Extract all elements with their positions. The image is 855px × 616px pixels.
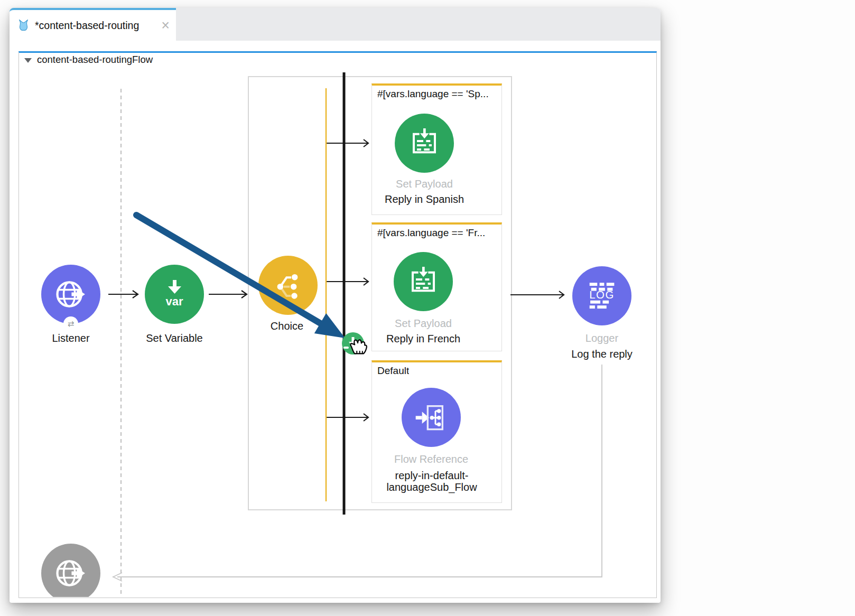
flow-collapse-triangle-icon[interactable] [24,58,32,63]
choice-router-icon [271,268,305,302]
message-exchange-badge: ⇄ [63,316,78,331]
set-payload-type-label: Set Payload [396,178,453,190]
flow-reference-target-label: reply-in-default-languageSub_Flow [371,470,492,493]
flow-reference-icon [414,400,448,434]
tab-content-based-routing[interactable]: *content-based-routing × [10,8,176,41]
set-variable-label: Set Variable [146,332,202,344]
logger-label: Log the reply [571,348,633,360]
response-listener-node-disabled[interactable] [41,544,100,603]
set-payload-french-node[interactable] [394,252,453,311]
grab-hand-cursor-icon [347,336,371,358]
svg-text:LOG: LOG [589,289,614,301]
mule-logo-icon [16,18,31,32]
set-payload-french-label: Reply in French [386,333,460,345]
set-payload-icon [407,126,441,160]
anypoint-studio-canvas: *content-based-routing × content-based-r… [0,0,855,616]
set-variable-node[interactable]: var [145,265,204,324]
set-payload-type-label: Set Payload [395,318,452,330]
flow-title: content-based-routingFlow [37,54,153,66]
logger-icon: LOG [583,277,620,314]
route-condition-label[interactable]: #[vars.language == 'Fr... [377,227,485,239]
flow-reference-node[interactable] [402,388,461,447]
set-payload-spanish-label: Reply in Spanish [385,193,464,206]
svg-text:var: var [165,295,183,308]
http-listener-globe-icon [53,555,89,591]
choice-node[interactable] [258,256,318,315]
editor-tab-strip: *content-based-routing × [10,8,661,41]
tab-title: *content-based-routing [35,20,139,32]
tab-close-icon[interactable]: × [161,18,170,33]
route-condition-label[interactable]: Default [377,365,409,377]
choice-label: Choice [271,320,303,332]
set-payload-icon [406,265,440,298]
listener-label: Listener [52,332,89,344]
set-payload-spanish-node[interactable] [395,114,454,173]
logger-type-label: Logger [586,332,618,344]
route-condition-label[interactable]: #[vars.language == 'Sp... [377,88,489,100]
listener-node[interactable] [41,265,100,324]
http-listener-globe-icon [53,276,89,312]
exchange-arrows-icon: ⇄ [68,319,75,329]
flow-reference-type-label: Flow Reference [394,453,468,465]
set-variable-icon: var [157,277,191,311]
logger-node[interactable]: LOG [572,266,631,325]
